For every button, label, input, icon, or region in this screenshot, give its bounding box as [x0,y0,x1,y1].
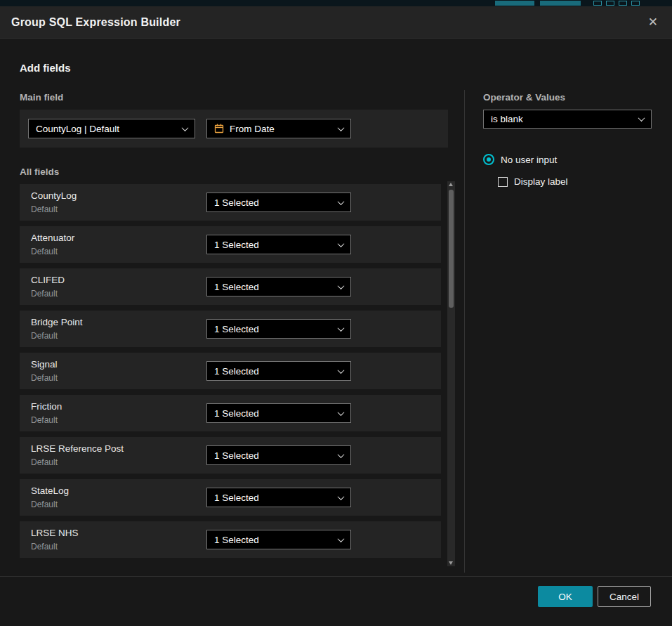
display-label-checkbox[interactable]: Display label [498,176,568,187]
field-subtitle: Default [31,415,58,425]
chevron-down-icon [638,115,645,122]
cancel-button[interactable]: Cancel [598,586,651,607]
group-sql-expression-builder-dialog: Group SQL Expression Builder ✕ Add field… [0,6,672,626]
selected-count-dropdown[interactable]: 1 Selected [206,319,351,339]
app-toolbar-icon [606,1,614,6]
field-subtitle: Default [31,457,58,467]
selected-count-dropdown[interactable]: 1 Selected [206,193,351,212]
selected-count-dropdown[interactable]: 1 Selected [206,277,351,296]
scrollbar[interactable] [447,181,455,566]
field-row-countylog: CountyLog Default 1 Selected [20,184,441,221]
app-toolbar-icon [619,1,627,6]
field-row-friction: Friction Default 1 Selected [20,395,441,431]
field-name: Bridge Point [31,317,83,327]
dropdown-value: 1 Selected [214,324,333,334]
selected-count-dropdown[interactable]: 1 Selected [206,530,351,549]
dropdown-value: 1 Selected [214,493,333,503]
field-name: CLIFED [31,275,65,285]
all-fields-list: CountyLog Default 1 Selected Attenuator … [20,184,441,563]
dropdown-value: 1 Selected [214,240,333,250]
scrollbar-thumb[interactable] [449,190,454,308]
add-fields-heading: Add fields [20,62,71,74]
field-name: Attenuator [31,233,74,243]
dialog-header: Group SQL Expression Builder ✕ [0,6,672,39]
field-subtitle: Default [31,247,58,256]
checkbox-unchecked-icon [498,177,508,187]
selected-count-dropdown[interactable]: 1 Selected [206,445,351,465]
chevron-down-icon [338,240,345,247]
app-background-strip [0,0,672,6]
selected-count-dropdown[interactable]: 1 Selected [206,235,351,254]
field-name: Friction [31,401,62,412]
field-subtitle: Default [31,542,58,552]
close-icon[interactable]: ✕ [645,13,661,31]
main-field-label: Main field [20,92,63,103]
field-subtitle: Default [31,289,58,299]
chevron-down-icon [338,124,345,131]
dropdown-value: is blank [491,114,633,124]
radio-selected-icon [483,154,494,165]
checkbox-label: Display label [514,176,568,187]
field-row-signal: Signal Default 1 Selected [20,353,441,389]
field-row-statelog: StateLog Default 1 Selected [20,479,441,516]
scrollbar-up-arrow-icon[interactable] [449,183,453,186]
field-name: LRSE NHS [31,528,79,538]
chevron-down-icon [338,535,345,542]
main-source-dropdown[interactable]: CountyLog | Default [28,119,195,138]
field-row-bridge-point: Bridge Point Default 1 Selected [20,311,441,347]
dropdown-value: CountyLog | Default [36,124,177,134]
field-row-lrse-reference-post: LRSE Reference Post Default 1 Selected [20,437,441,474]
field-row-attenuator: Attenuator Default 1 Selected [20,226,441,263]
field-name: CountyLog [31,190,77,201]
chevron-down-icon [338,409,345,416]
app-toolbar-icon [593,1,602,6]
field-subtitle: Default [31,500,58,509]
field-name: StateLog [31,485,69,496]
chevron-down-icon [338,198,345,205]
chevron-down-icon [338,367,345,374]
dropdown-value: From Date [230,124,333,134]
main-field-panel: CountyLog | Default From Date [20,110,448,148]
field-row-lrse-nhs: LRSE NHS Default 1 Selected [20,521,441,558]
dropdown-value: 1 Selected [214,408,333,419]
dropdown-value: 1 Selected [214,450,333,461]
operator-values-label: Operator & Values [483,92,565,103]
field-row-clifed: CLIFED Default 1 Selected [20,268,441,305]
chevron-down-icon [338,325,345,332]
dropdown-value: 1 Selected [214,282,333,292]
app-toolbar-fragment [540,1,581,6]
footer-divider [0,576,672,577]
selected-count-dropdown[interactable]: 1 Selected [206,488,351,507]
all-fields-label: All fields [20,167,59,177]
field-name: LRSE Reference Post [31,443,124,454]
chevron-down-icon [338,451,345,458]
ok-button[interactable]: OK [538,586,593,607]
chevron-down-icon [338,282,345,289]
column-divider [464,90,465,573]
selected-count-dropdown[interactable]: 1 Selected [206,403,351,423]
field-subtitle: Default [31,331,58,341]
dialog-title: Group SQL Expression Builder [11,16,180,29]
no-user-input-radio[interactable]: No user input [483,154,557,165]
chevron-down-icon [338,493,345,500]
field-subtitle: Default [31,373,58,383]
dropdown-value: 1 Selected [214,366,333,377]
app-toolbar-icon [631,1,640,6]
dropdown-value: 1 Selected [214,197,333,208]
radio-label: No user input [501,155,557,165]
chevron-down-icon [182,124,189,131]
selected-count-dropdown[interactable]: 1 Selected [206,361,351,381]
field-subtitle: Default [31,204,58,214]
operator-dropdown[interactable]: is blank [483,110,652,129]
app-toolbar-fragment [495,1,534,6]
scrollbar-down-arrow-icon[interactable] [449,561,453,565]
main-date-field-dropdown[interactable]: From Date [206,119,351,138]
calendar-icon [214,124,224,133]
field-name: Signal [31,359,58,370]
dropdown-value: 1 Selected [214,535,333,545]
